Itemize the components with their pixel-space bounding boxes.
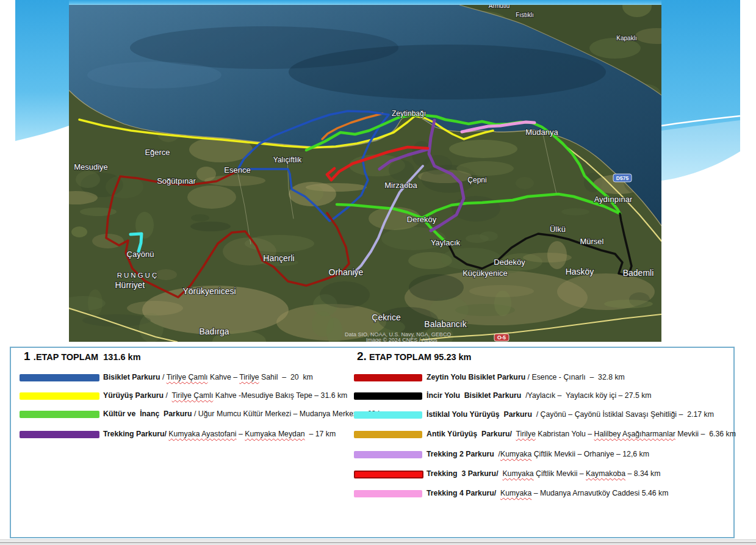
road-badge-label: D575 [616,175,629,181]
terrain-patch [561,208,589,215]
sea-light [87,62,221,88]
satellite-map: D575O-5 ArmutluFıstıklıKapaklıMesudiyeEğ… [69,5,661,342]
legend-route-description: Kumyaka – Mudanya Arnavutköy Caddesi 5.4… [496,489,668,497]
terrain-patch [389,160,414,181]
place-label: Çekrice [372,312,401,322]
legend-title-etap1: 1 .ETAP TOPLAM 131.6 km [24,350,141,363]
place-label: Mirzaoba [384,181,417,190]
place-label: Fıstıklı [516,12,533,18]
legend-row: Trekking Parkuru/ Kumyaka Ayastofani – K… [103,430,336,439]
legend-box: 1 .ETAP TOPLAM 131.6 km 2. ETAP TOPLAM 9… [10,347,735,538]
place-label: Kapaklı [616,35,636,42]
place-label: Mürsel [580,237,603,246]
place-label: Mesudiye [74,162,108,171]
place-label: Soğütpınar [157,176,196,186]
legend-color-bar [354,490,422,497]
legend-row: İstiklal Yolu Yürüyüş Parkuru / Çayönü –… [427,410,714,419]
legend-row: Zeytin Yolu Bisiklet Parkuru / Esence - … [427,373,625,382]
legend-row: Trekking 4 Parkuru/ Kumyaka – Mudanya Ar… [427,489,668,498]
place-label: Çayönü [127,250,154,259]
place-label: Zeytinbağı [392,109,426,118]
legend-route-description: /Yaylacık – Yaylacık köy içi – 27.5 km [521,391,651,400]
place-label: Eğerce [145,148,170,157]
legend-color-bar [354,411,422,419]
legend-route-name: Zeytin Yolu Bisiklet Parkuru [427,373,525,381]
legend-row: Antik Yürüyüş Parkuru/ Tirilye Kabristan… [427,430,736,439]
place-label: Hürriyet [115,280,145,290]
legend-route-name: Trekking 4 Parkuru/ [427,489,496,497]
legend-route-description: Kumyaka Ayastofani – Kumyaka Meydan – 17… [167,430,336,438]
legend-color-bar [354,392,422,400]
place-label: Bademli [623,268,654,278]
place-label: Armutlu [489,5,509,9]
left-swoosh [15,0,69,141]
place-label: Orhaniye [329,267,364,277]
legend-color-bar [20,374,99,381]
terrain-patch [127,301,183,316]
swoosh-highlight [661,120,740,181]
terrain-patch [71,226,87,237]
legend-color-bar [354,471,423,478]
legend-route-description: Kumyaka Çiftlik Mevkii – Kaymakoba – 8.3… [499,469,661,478]
etap2-number: 2. [357,350,367,363]
legend-row: Trekking 3 Parkuru/ Kumyaka Çiftlik Mevk… [427,469,660,478]
place-label: Badırga [199,327,229,336]
legend-color-bar [20,431,99,438]
legend-route-name: Trekking 3 Parkuru/ [427,469,499,478]
terrain-patch [547,241,567,269]
legend-row: Bisiklet Parkuru / Tirilye Çamlı Kahve –… [103,373,313,382]
terrain-patch [409,274,464,301]
legend-route-name: Trekking 2 Parkuru [427,450,494,458]
legend-row: Yürüyüş Parkuru / Tirilye Çamlı Kahve -M… [103,391,347,400]
legend-route-name: İncir Yolu Bisiklet Parkuru [427,391,521,400]
place-label: RUNGUÇ [117,272,159,279]
place-label: Çepni [467,176,486,184]
window-bottom-edge [0,540,756,545]
legend-route-description: / Esence - Çınarlı – 32.8 km [525,373,625,381]
legend-color-bar [354,451,422,458]
terrain-patch [320,281,370,308]
etap1-number: 1 [24,350,34,363]
terrain-patch [604,300,653,308]
place-label: Mudanya [525,128,558,137]
terrain-patch [187,186,236,209]
legend-title-etap2: 2. ETAP TOPLAM 95.23 km [357,350,472,363]
terrain-patch [191,214,209,222]
legend-route-name: Bisiklet Parkuru [103,373,160,381]
legend-route-name: Trekking Parkuru/ [103,430,167,438]
place-label: Hançerli [263,253,294,263]
terrain-patch [190,222,231,231]
legend-route-name: Kültür ve İnanç Parkuru [103,410,192,418]
terrain-patch [456,161,514,176]
place-label: Küçükyenice [463,269,508,278]
legend-route-description: /Kumyaka Çiftlik Mevkii – Orhaniye – 12,… [494,450,649,458]
legend-color-bar [354,431,422,438]
place-label: Dereköy [407,215,437,224]
legend-route-description: / Tirilye Çamlı Kahve -Mesudiye Bakış Te… [164,391,347,400]
legend-route-name: Yürüyüş Parkuru [103,391,164,400]
legend-row: Kültür ve İnanç Parkuru / Uğur Mumcu Kül… [103,410,388,419]
legend-row: Trekking 2 Parkuru /Kumyaka Çiftlik Mevk… [427,450,649,459]
etap1-text: .ETAP TOPLAM 131.6 km [34,352,141,362]
place-label: Aydınpınar [594,195,633,204]
map-attribution-line2: Image © 2024 CNES / Airbus [366,337,437,342]
place-label: Yörükyenicesi [182,286,236,296]
road-badge-label: O-5 [497,334,506,341]
place-label: Dedeköy [494,258,525,267]
legend-color-bar [20,411,99,418]
place-label: Hasköy [566,267,594,276]
terrain-patch [469,285,534,297]
place-label: Esence [224,165,250,175]
legend-route-description: / Çayönü – Çayönü İstiklal Savaşı Şehitl… [532,410,714,419]
terrain-patch [76,171,100,188]
legend-route-description: / Tirilye Çamlı Kahve – Tirilye Sahil – … [160,373,313,381]
place-label: Balabancık [424,319,467,329]
place-label: Ülkü [550,225,566,234]
place-label: Yaylacık [431,238,461,247]
legend-route-name: Antik Yürüyüş Parkuru/ [427,430,512,438]
terrain-patch [480,231,498,241]
legend-row: İncir Yolu Bisiklet Parkuru /Yaylacık – … [427,391,652,400]
slide: D575O-5 ArmutluFıstıklıKapaklıMesudiyeEğ… [0,0,756,545]
legend-color-bar [20,392,99,400]
legend-route-description: Tirilye Kabristan Yolu – Halilbey Aşağıh… [512,430,736,438]
